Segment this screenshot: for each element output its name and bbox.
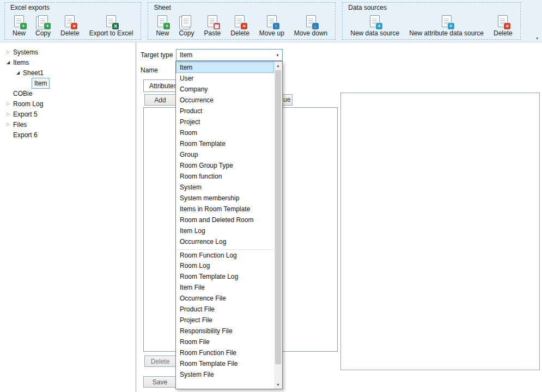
paste-sheet-icon: ▤ bbox=[208, 15, 217, 27]
icon-badge: + bbox=[448, 23, 454, 29]
tree-item-label: Files bbox=[12, 120, 28, 130]
toolbar-button[interactable]: + New bbox=[8, 13, 30, 38]
tree-item[interactable]: ▷ Systems bbox=[0, 47, 136, 57]
delete-data-source-icon: × bbox=[498, 15, 508, 27]
dropdown-option[interactable]: Group bbox=[176, 149, 274, 160]
tree-item[interactable]: ◢ Sheet1 bbox=[0, 68, 136, 78]
toolbar-button[interactable]: × Delete bbox=[226, 13, 254, 38]
tree-expander-icon[interactable]: ▷ bbox=[4, 99, 12, 109]
dropdown-option-label: System File bbox=[180, 371, 214, 378]
tree-item-label: Export 6 bbox=[12, 130, 39, 140]
scroll-up-icon[interactable]: ▲ bbox=[274, 62, 282, 70]
dropdown-option[interactable]: Room bbox=[176, 127, 274, 138]
toolbar-button-label: Delete bbox=[494, 29, 513, 37]
tree-expander-icon[interactable]: ▷ bbox=[4, 47, 12, 57]
tree-item[interactable]: COBie bbox=[0, 88, 136, 99]
toolbar-button[interactable]: ↓ Move down bbox=[290, 13, 332, 38]
target-type-label: Target type bbox=[141, 51, 173, 59]
dropdown-option-label: Product bbox=[180, 107, 202, 115]
dropdown-option[interactable]: Room and Deleted Room bbox=[176, 215, 274, 225]
dropdown-option[interactable]: Project File bbox=[176, 315, 274, 326]
toolbar-overflow-chevron-icon[interactable]: ▾ bbox=[536, 36, 538, 41]
tree-item[interactable]: Item bbox=[0, 78, 136, 88]
toolbar-button[interactable]: Copy bbox=[174, 13, 198, 38]
dropdown-option-label: Room Function Log bbox=[180, 252, 237, 259]
dropdown-option[interactable]: Occurrence Log bbox=[176, 236, 274, 247]
sheet-editor: Target type Item ▾ Name Attributes Add u… bbox=[137, 42, 542, 392]
tree-expander-icon[interactable]: ◢ bbox=[4, 58, 12, 68]
delete-button[interactable]: Delete bbox=[144, 356, 176, 367]
toolbar-button[interactable]: + New attribute data source bbox=[405, 13, 488, 38]
dropdown-option[interactable]: Occurrence bbox=[176, 95, 274, 106]
tree-expander-icon[interactable]: ▷ bbox=[4, 109, 12, 119]
toolbar-group-sheet: Sheet + New Copy bbox=[148, 2, 336, 40]
toolbar-button[interactable]: + Copy bbox=[31, 13, 55, 38]
group-label-data-sources: Data sources bbox=[346, 3, 516, 13]
scroll-down-icon[interactable]: ▼ bbox=[274, 381, 282, 389]
tree-item[interactable]: ▷ Files bbox=[0, 119, 136, 130]
dropdown-option-label: Items in Room Template bbox=[180, 205, 250, 213]
value-header-partial[interactable]: ue bbox=[282, 94, 293, 106]
export-to-excel-icon: X bbox=[106, 15, 116, 27]
dropdown-option-label: Room Log bbox=[180, 262, 210, 270]
toolbar-button[interactable]: × Delete bbox=[489, 13, 517, 38]
toolbar-button[interactable]: ▤ Paste bbox=[199, 13, 225, 38]
toolbar-button[interactable]: ↑ Move up bbox=[255, 13, 289, 38]
dropdown-option[interactable]: Room Template File bbox=[176, 358, 274, 369]
delete-sheet-icon: × bbox=[235, 15, 245, 27]
toolbar-button-label: New bbox=[13, 29, 26, 37]
icon-badge: + bbox=[44, 23, 51, 29]
dropdown-option[interactable]: Company bbox=[176, 84, 274, 95]
name-label: Name bbox=[141, 66, 158, 74]
toolbar-button[interactable]: × Delete bbox=[56, 13, 84, 38]
dropdown-option[interactable]: Items in Room Template bbox=[176, 204, 274, 215]
dropdown-scrollbar[interactable]: ▲ ▼ bbox=[274, 62, 282, 389]
move-up-icon: ↑ bbox=[267, 15, 277, 27]
dropdown-option[interactable]: Room Function Log bbox=[176, 249, 274, 260]
toolbar-button-label: Paste bbox=[204, 29, 221, 37]
dropdown-option[interactable]: Room Template bbox=[176, 138, 274, 149]
chevron-down-icon[interactable]: ▾ bbox=[273, 53, 282, 58]
dropdown-option[interactable]: Item File bbox=[176, 282, 274, 293]
group-label-excel-exports: Excel exports bbox=[8, 3, 137, 13]
tree-expander-icon[interactable]: ▷ bbox=[4, 120, 12, 130]
dropdown-option-label: Room function bbox=[180, 173, 222, 180]
dropdown-option[interactable]: Product bbox=[176, 106, 274, 117]
add-button[interactable]: Add bbox=[144, 94, 176, 106]
tree-item[interactable]: Export 6 bbox=[0, 130, 136, 140]
toolbar-button[interactable]: + New bbox=[151, 13, 173, 38]
tree-expander-icon[interactable]: ◢ bbox=[14, 68, 22, 78]
dropdown-option[interactable]: Room File bbox=[176, 336, 274, 347]
dropdown-option[interactable]: Item Log bbox=[176, 225, 274, 236]
dropdown-option[interactable]: Product File bbox=[176, 304, 274, 315]
dropdown-option[interactable]: Room function bbox=[176, 171, 274, 182]
dropdown-option-label: System bbox=[180, 183, 202, 191]
ribbon-toolbar: Excel exports + New + Copy bbox=[0, 0, 542, 42]
dropdown-option-label: Room Function File bbox=[180, 349, 236, 357]
tree-item[interactable]: ◢ Items bbox=[0, 57, 136, 68]
dropdown-option[interactable]: User bbox=[176, 73, 274, 84]
dropdown-option[interactable]: Room Template Log bbox=[176, 271, 274, 282]
dropdown-option[interactable]: System File bbox=[176, 369, 274, 380]
save-button[interactable]: Save bbox=[143, 376, 176, 388]
dropdown-option[interactable]: Responsibility File bbox=[176, 326, 274, 336]
scrollbar-thumb[interactable] bbox=[275, 70, 281, 364]
dropdown-option-label: User bbox=[180, 75, 193, 82]
toolbar-button[interactable]: X Export to Excel bbox=[85, 13, 138, 38]
dropdown-option[interactable]: Occurrence File bbox=[176, 293, 274, 304]
dropdown-option[interactable]: Item bbox=[176, 62, 274, 73]
tree-item[interactable]: ▷ Room Log bbox=[0, 99, 136, 109]
dropdown-option[interactable]: System bbox=[176, 182, 274, 193]
dropdown-option[interactable]: System membership bbox=[176, 193, 274, 204]
dropdown-option[interactable]: Room Log bbox=[176, 260, 274, 271]
dropdown-option[interactable]: Room Group Type bbox=[176, 160, 274, 171]
copy-sheet-icon bbox=[181, 15, 191, 27]
toolbar-button[interactable]: + New data source bbox=[346, 13, 404, 38]
tree-item[interactable]: ▷ Export 5 bbox=[0, 109, 136, 119]
tree-item-label: Systems bbox=[12, 47, 39, 57]
dropdown-option[interactable]: Room Function File bbox=[176, 347, 274, 358]
target-type-combobox[interactable]: Item ▾ bbox=[176, 49, 283, 61]
icon-badge: × bbox=[241, 23, 247, 29]
icon-badge: × bbox=[71, 23, 77, 29]
dropdown-option[interactable]: Project bbox=[176, 117, 274, 127]
